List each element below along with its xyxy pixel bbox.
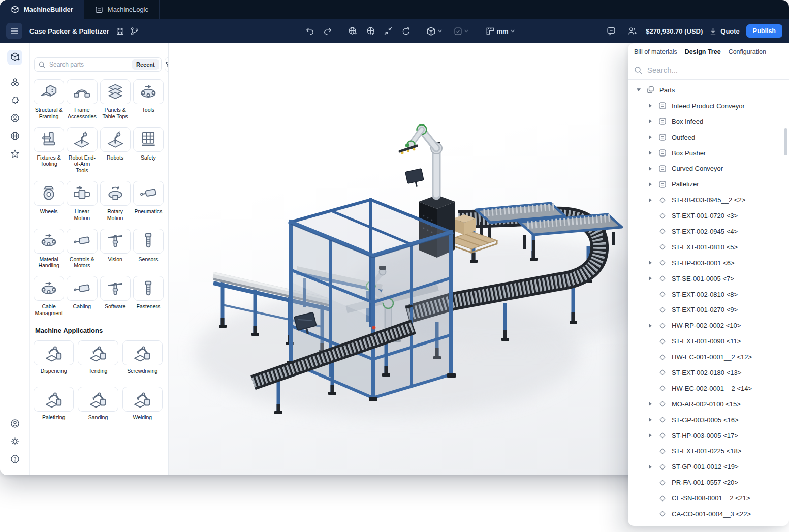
tree-item[interactable]: ST-GP-001-0012 <19> xyxy=(628,459,789,475)
favorites-icon[interactable] xyxy=(7,146,22,162)
tree-item[interactable]: ST-EXT-001-0225 <18> xyxy=(628,443,789,459)
tree-search-input[interactable] xyxy=(646,65,783,75)
tree-item[interactable]: ST-EXT-001-0270 <9> xyxy=(628,302,789,318)
tree-item[interactable]: ST-HP-003-0001 <6> xyxy=(628,255,789,271)
tree-item[interactable]: Box Pusher xyxy=(628,145,789,161)
category-tile[interactable]: Fixtures & Tooling xyxy=(34,127,64,174)
add-model-icon[interactable] xyxy=(7,50,22,65)
tree-item[interactable]: MO-AR-002-0100 <15> xyxy=(628,396,789,412)
save-icon[interactable] xyxy=(113,24,128,38)
version-branch-icon[interactable] xyxy=(128,24,142,38)
application-tile[interactable]: Sanding xyxy=(78,387,117,427)
category-tile[interactable]: Tools xyxy=(134,79,163,120)
category-tile[interactable]: Software xyxy=(101,276,130,317)
category-tile[interactable]: Robot End-of-Arm Tools xyxy=(67,127,97,174)
tab-machinebuilder[interactable]: MachineBuilder xyxy=(0,0,84,19)
view-cube-icon[interactable] xyxy=(423,24,446,38)
share-user-icon[interactable] xyxy=(625,24,639,38)
publish-button[interactable]: Publish xyxy=(746,24,782,38)
chevron-right-icon[interactable] xyxy=(648,433,658,438)
tree-item[interactable]: ST-EXT-002-0180 <13> xyxy=(628,365,789,381)
chevron-right-icon[interactable] xyxy=(648,417,658,422)
chevron-right-icon[interactable] xyxy=(648,182,658,187)
tab-machinelogic[interactable]: MachineLogic xyxy=(84,0,160,19)
category-tile[interactable]: Material Handling xyxy=(34,229,64,269)
comments-icon[interactable] xyxy=(604,24,618,38)
menu-hamburger-icon[interactable] xyxy=(6,23,22,39)
tree-item[interactable]: ST-EXT-001-0810 <5> xyxy=(628,239,789,255)
tree-item[interactable]: Outfeed xyxy=(628,130,789,145)
tree-item[interactable]: CE-SN-008-0001__2 <21> xyxy=(628,490,789,506)
plugins-icon[interactable] xyxy=(7,93,22,108)
tab-configuration[interactable]: Configuration xyxy=(729,48,766,55)
user-icon[interactable] xyxy=(7,416,22,431)
assemblies-icon[interactable] xyxy=(7,75,22,90)
category-tile[interactable]: Cable Managment xyxy=(34,276,64,317)
chevron-right-icon[interactable] xyxy=(648,103,658,108)
application-tile[interactable]: Welding xyxy=(123,387,162,427)
tree-item[interactable]: ST-EXT-002-0810 <8> xyxy=(628,287,789,302)
chevron-right-icon[interactable] xyxy=(648,401,658,406)
chevron-right-icon[interactable] xyxy=(648,260,658,265)
category-tile[interactable]: Sensors xyxy=(134,229,163,269)
rotate-view-icon[interactable] xyxy=(399,24,413,38)
chevron-right-icon[interactable] xyxy=(648,276,658,281)
chevron-right-icon[interactable] xyxy=(648,198,658,203)
chevron-right-icon[interactable] xyxy=(648,135,658,140)
tab-bill-of-materials[interactable]: Bill of materials xyxy=(634,48,677,55)
account-icon[interactable] xyxy=(7,111,22,126)
category-tile[interactable]: Structural & Framing xyxy=(34,79,64,120)
tree-item[interactable]: HW-EC-002-0001__2 <14> xyxy=(628,381,789,396)
chevron-right-icon[interactable] xyxy=(648,150,658,155)
fit-view-icon[interactable] xyxy=(381,24,395,38)
tree-item[interactable]: HW-RP-002-0002 <10> xyxy=(628,318,789,333)
chevron-right-icon[interactable] xyxy=(648,464,658,470)
parts-search-input[interactable] xyxy=(48,60,129,69)
category-tile[interactable]: Linear Motion xyxy=(67,181,97,222)
application-tile[interactable]: Screwdriving xyxy=(123,340,162,381)
category-tile[interactable]: Panels & Table Tops xyxy=(101,79,130,120)
tree-item[interactable]: Palletizer xyxy=(628,176,789,192)
help-icon[interactable] xyxy=(7,452,22,467)
tree-item[interactable]: Curved Conveyor xyxy=(628,161,789,176)
category-tile[interactable]: Rotary Motion xyxy=(101,181,130,222)
chevron-right-icon[interactable] xyxy=(648,166,658,171)
tree-item[interactable]: ST-GP-003-0005 <16> xyxy=(628,412,789,428)
tree-item[interactable]: CA-CO-001-0004__3 <22> xyxy=(628,506,789,522)
tree-item[interactable]: ST-SE-001-0005 <7> xyxy=(628,271,789,287)
category-tile[interactable]: Robots xyxy=(101,127,130,174)
tree-item[interactable]: CE-LG-003-0003 <23> xyxy=(628,522,789,526)
quote-button[interactable]: Quote xyxy=(709,27,740,35)
redo-icon[interactable] xyxy=(321,24,335,38)
category-tile[interactable]: Safety xyxy=(134,127,163,174)
tab-design-tree[interactable]: Design Tree xyxy=(685,48,721,55)
category-tile[interactable]: Pneumatics xyxy=(134,181,163,222)
web-icon[interactable] xyxy=(7,129,22,144)
origin-globe-icon[interactable] xyxy=(345,24,360,38)
application-tile[interactable]: Dispencing xyxy=(34,340,73,381)
category-tile[interactable]: Fasteners xyxy=(134,276,163,317)
tree-search-box[interactable] xyxy=(628,60,789,80)
chevron-right-icon[interactable] xyxy=(648,119,658,124)
tree-item[interactable]: ST-EXT-001-0720 <3> xyxy=(628,208,789,224)
tree-item[interactable]: PR-FA-001-0557 <20> xyxy=(628,475,789,490)
category-tile[interactable]: Cabling xyxy=(67,276,97,317)
snap-settings-icon[interactable] xyxy=(450,24,473,38)
filter-icon[interactable] xyxy=(165,57,169,72)
tree-item[interactable]: ST-RB-033-0945__2 <2> xyxy=(628,192,789,208)
tree-item[interactable]: ST-EXT-002-0945 <4> xyxy=(628,224,789,239)
application-tile[interactable]: Paletizing xyxy=(34,387,73,427)
category-tile[interactable]: Wheels xyxy=(34,181,64,222)
settings-gear-icon[interactable] xyxy=(7,434,22,449)
measure-units-icon[interactable]: mm xyxy=(482,24,519,38)
application-tile[interactable]: Tending xyxy=(78,340,117,381)
tree-item[interactable]: Infeed Product Conveyor xyxy=(628,98,789,114)
undo-icon[interactable] xyxy=(303,24,317,38)
section-view-icon[interactable] xyxy=(363,24,377,38)
category-tile[interactable]: Controls & Motors xyxy=(67,229,97,269)
tree-item[interactable]: HW-EC-001-0001__2 <12> xyxy=(628,349,789,365)
chevron-down-icon[interactable] xyxy=(636,88,646,92)
chevron-right-icon[interactable] xyxy=(648,323,658,328)
category-tile[interactable]: Frame Accessories xyxy=(67,79,97,120)
tree-item[interactable]: ST-EXT-001-0090 <11> xyxy=(628,333,789,349)
